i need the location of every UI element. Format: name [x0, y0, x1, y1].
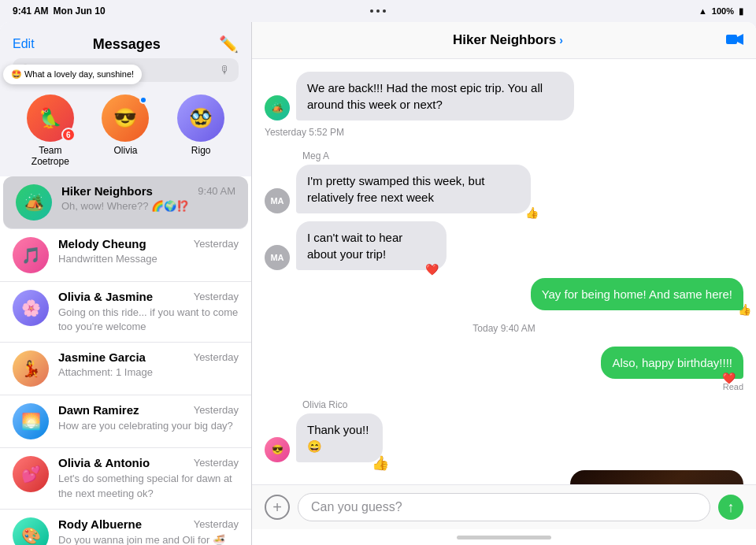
- conversation-item-dawn-ramirez[interactable]: 🌅 Dawn Ramirez Yesterday How are you cel…: [0, 395, 251, 448]
- conversation-item-hiker-neighbors[interactable]: 🏕️ Hiker Neighbors 9:40 AM Oh, wow! Wher…: [3, 176, 248, 229]
- conv-preview-olivia-jasmine: Going on this ride... if you want to com…: [58, 306, 239, 334]
- dot3: [383, 9, 386, 13]
- battery-icon: ▮: [739, 6, 743, 17]
- avatar-wrapper-team: 🤩 What a lovely day, sunshine! 🦜 6: [27, 95, 74, 142]
- message-row-2: Meg A MA I'm pretty swamped this week, b…: [265, 150, 743, 213]
- conversation-item-olivia-antonio[interactable]: 💕 Olivia & Antonio Yesterday Let's do so…: [0, 448, 251, 509]
- avatar-dawn-ramirez: 🌅: [13, 403, 49, 439]
- conversation-item-jasmine-garcia[interactable]: 💃 Jasmine Garcia Yesterday Attachment: 1…: [0, 343, 251, 395]
- reaction-thumbs-7: 👍: [372, 454, 389, 473]
- conv-time-dawn-ramirez: Yesterday: [194, 404, 239, 416]
- status-bar-center: [370, 9, 386, 13]
- unread-badge-team: 6: [61, 128, 76, 142]
- chat-title-text: Hiker Neighbors: [453, 32, 556, 48]
- pinned-contact-rigo[interactable]: 🥸 Rigo: [169, 95, 232, 167]
- conv-time-rody-albuerne: Yesterday: [194, 518, 239, 530]
- pinned-contact-team-zoetrope[interactable]: 🤩 What a lovely day, sunshine! 🦜 6 Team …: [19, 95, 82, 167]
- message-bubble-1: We are back!!! Had the most epic trip. Y…: [296, 72, 574, 120]
- status-bar-right: ▲ 100% ▮: [699, 6, 743, 17]
- message-avatar-1: 🏕️: [265, 95, 290, 120]
- status-day: Mon Jun 10: [54, 6, 106, 17]
- conv-name-rody-albuerne: Rody Albuerne: [58, 517, 142, 531]
- conv-preview-melody-cheung: Handwritten Message: [58, 253, 239, 265]
- conv-preview-rody-albuerne: Do you wanna join me and Oli for 🍜 🔍 bre…: [58, 533, 239, 545]
- message-row-4: Yay for being home! And same here! 👍: [265, 278, 743, 310]
- avatar-olivia-jasmine: 🌸: [13, 290, 49, 326]
- conv-header-hiker-neighbors: Hiker Neighbors 9:40 AM: [61, 184, 235, 198]
- conv-time-olivia-antonio: Yesterday: [194, 457, 239, 469]
- conversation-item-melody-cheung[interactable]: 🎵 Melody Cheung Yesterday Handwritten Me…: [0, 229, 251, 282]
- conv-header-olivia-jasmine: Olivia & Jasmine Yesterday: [58, 290, 239, 303]
- home-indicator: [252, 529, 756, 545]
- photo-bubble-8: [570, 470, 743, 484]
- add-attachment-button[interactable]: +: [265, 495, 290, 520]
- conv-preview-jasmine-garcia: Attachment: 1 Image: [58, 366, 239, 378]
- message-with-avatar-2: MA I'm pretty swamped this week, but rel…: [265, 165, 626, 213]
- message-input-wrap[interactable]: Can you guess?: [298, 493, 710, 521]
- message-row-1: 🏕️ We are back!!! Had the most epic trip…: [265, 72, 743, 143]
- avatar-rody-albuerne: 🎨: [13, 517, 49, 545]
- conv-name-hiker-neighbors: Hiker Neighbors: [61, 184, 153, 198]
- conv-name-olivia-jasmine: Olivia & Jasmine: [58, 290, 153, 303]
- tooltip-bubble: 🤩 What a lovely day, sunshine!: [3, 65, 142, 84]
- send-button[interactable]: ↑: [718, 495, 743, 520]
- conv-body-hiker-neighbors: Hiker Neighbors 9:40 AM Oh, wow! Where??…: [61, 184, 235, 212]
- avatar-olivia-antonio: 💕: [13, 456, 49, 492]
- message-sender-2: Meg A: [265, 150, 329, 161]
- message-avatar-7: 😎: [265, 437, 290, 462]
- conv-time-olivia-jasmine: Yesterday: [194, 291, 239, 302]
- message-input-placeholder: Can you guess?: [311, 500, 402, 514]
- conv-preview-olivia-antonio: Let's do something special for dawn at t…: [58, 472, 239, 500]
- message-avatar-2: MA: [265, 188, 290, 213]
- reaction-thumbs-4: 👍: [738, 302, 751, 318]
- sidebar: Edit Messages ✏️ 🔍 🎙 🤩 What a lovely day…: [0, 22, 252, 545]
- message-bubble-6: Also, happy birthday!!!! ❤️: [601, 347, 743, 379]
- compose-button[interactable]: ✏️: [219, 35, 239, 54]
- message-with-avatar-1: 🏕️ We are back!!! Had the most epic trip…: [265, 72, 692, 120]
- conv-name-jasmine-garcia: Jasmine Garcia: [58, 350, 146, 364]
- avatar-wrapper-olivia: 😎: [102, 95, 149, 142]
- message-avatar-3: MA: [265, 245, 290, 270]
- conv-header-melody-cheung: Melody Cheung Yesterday: [58, 237, 239, 250]
- app-container: Edit Messages ✏️ 🔍 🎙 🤩 What a lovely day…: [0, 22, 756, 545]
- edit-button[interactable]: Edit: [13, 37, 35, 51]
- message-bubble-3: I can't wait to hear about your trip! ❤️: [296, 221, 447, 270]
- message-row-8: [265, 470, 743, 484]
- chevron-icon: ›: [559, 34, 563, 46]
- chat-title: Hiker Neighbors ›: [453, 32, 563, 48]
- message-row-6: Also, happy birthday!!!! ❤️ Read: [265, 347, 743, 391]
- conv-header-dawn-ramirez: Dawn Ramirez Yesterday: [58, 403, 239, 417]
- conversation-item-olivia-jasmine[interactable]: 🌸 Olivia & Jasmine Yesterday Going on th…: [0, 282, 251, 343]
- pinned-name-olivia: Olivia: [113, 145, 137, 156]
- conv-header-jasmine-garcia: Jasmine Garcia Yesterday: [58, 350, 239, 364]
- chat-panel: Hiker Neighbors › 🏕️ We are back!!! Had …: [252, 22, 756, 545]
- message-sender-7: Olivia Rico: [265, 399, 347, 410]
- video-call-button[interactable]: [726, 30, 743, 50]
- conv-time-hiker-neighbors: 9:40 AM: [198, 185, 235, 197]
- wifi-icon: ▲: [699, 6, 707, 16]
- sidebar-title-row: Edit Messages ✏️: [13, 28, 239, 58]
- pinned-name-rigo: Rigo: [191, 145, 211, 156]
- avatar-jasmine-garcia: 💃: [13, 350, 49, 387]
- conv-preview-dawn-ramirez: How are you celebrating your big day?: [58, 419, 239, 433]
- conv-name-dawn-ramirez: Dawn Ramirez: [58, 403, 139, 417]
- unread-dot-olivia: [139, 96, 147, 104]
- status-bar-left: 9:41 AM Mon Jun 10: [13, 6, 106, 17]
- input-area: + Can you guess? ↑: [252, 484, 756, 529]
- conversation-list: 🏕️ Hiker Neighbors 9:40 AM Oh, wow! Wher…: [0, 176, 251, 545]
- messages-area[interactable]: 🏕️ We are back!!! Had the most epic trip…: [252, 59, 756, 484]
- avatar-wrapper-rigo: 🥸: [177, 95, 224, 142]
- conv-body-jasmine-garcia: Jasmine Garcia Yesterday Attachment: 1 I…: [58, 350, 239, 378]
- avatar-melody-cheung: 🎵: [13, 237, 49, 273]
- conv-body-melody-cheung: Melody Cheung Yesterday Handwritten Mess…: [58, 237, 239, 265]
- reaction-thumbs-2: 👍: [525, 206, 539, 221]
- conversation-item-rody-albuerne[interactable]: 🎨 Rody Albuerne Yesterday Do you wanna j…: [0, 510, 251, 545]
- message-bubble-2: I'm pretty swamped this week, but relati…: [296, 165, 531, 213]
- conv-body-olivia-antonio: Olivia & Antonio Yesterday Let's do some…: [58, 456, 239, 500]
- pinned-contact-olivia[interactable]: 😎 Olivia: [94, 95, 157, 167]
- timestamp-today: Today 9:40 AM: [265, 323, 743, 334]
- message-bubble-4: Yay for being home! And same here! 👍: [531, 278, 743, 310]
- pinned-contacts-row: 🤩 What a lovely day, sunshine! 🦜 6 Team …: [0, 88, 251, 176]
- message-with-avatar-7: 😎 Thank you!! 😄 👍: [265, 413, 398, 462]
- avatar-rigo: 🥸: [177, 95, 224, 142]
